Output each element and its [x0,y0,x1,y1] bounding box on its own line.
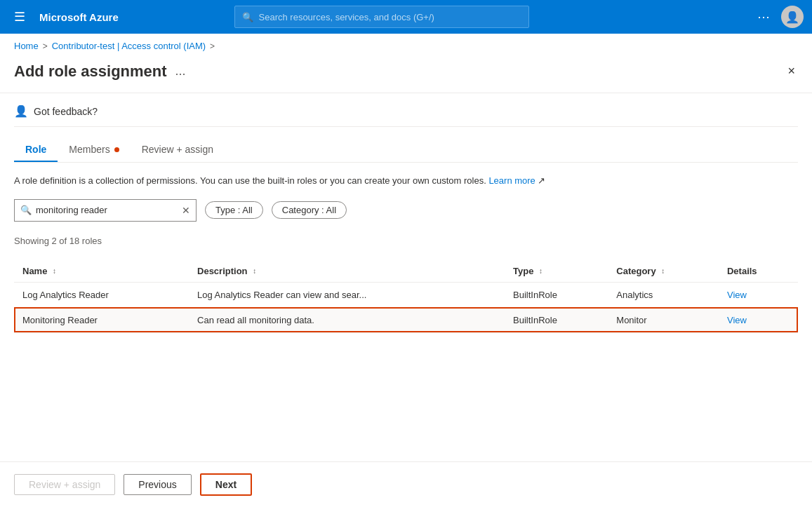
category-sort-arrows[interactable]: ↕ [661,268,665,275]
row1-view-link[interactable]: View [727,290,747,300]
table-row[interactable]: Log Analytics Reader Log Analytics Reade… [14,282,798,307]
topbar: ☰ Microsoft Azure 🔍 ⋯ 👤 [0,0,812,34]
tab-members[interactable]: Members [58,138,130,162]
tab-members-label: Members [69,144,109,155]
tab-review-assign-label: Review + assign [142,144,213,155]
global-search[interactable]: 🔍 [234,6,529,28]
type-filter-pill[interactable]: Type : All [205,201,263,219]
feedback-icon: 👤 [14,104,28,118]
content-area: 👤 Got feedback? Role Members Review + as… [0,93,812,461]
page-header-left: Add role assignment ... [14,62,186,81]
footer: Review + assign Previous Next [0,461,812,507]
col-name[interactable]: Name ↕ [14,260,189,283]
external-link-icon: ↗ [538,175,545,186]
breadcrumb-home[interactable]: Home [14,41,39,51]
row1-type: BuiltInRole [505,282,608,307]
app-title: Microsoft Azure [39,11,119,23]
tab-review-assign[interactable]: Review + assign [131,138,225,162]
learn-more-link[interactable]: Learn more [488,175,535,186]
page-more-button[interactable]: ... [175,64,186,79]
description: A role definition is a collection of per… [14,174,798,188]
close-button[interactable]: × [785,61,798,81]
search-clear-button[interactable]: ✕ [182,205,190,216]
search-box-icon: 🔍 [20,205,32,215]
breadcrumb-sep-2: > [210,41,215,51]
feedback-bar: 👤 Got feedback? [14,104,798,127]
page-title: Add role assignment [14,62,167,81]
name-sort-arrows[interactable]: ↕ [53,268,56,275]
page-header: Add role assignment ... × [0,55,812,93]
main-container: Home > Contributor-test | Access control… [0,34,812,507]
avatar[interactable]: 👤 [781,6,804,28]
review-assign-button[interactable]: Review + assign [14,474,115,495]
topbar-right: ⋯ 👤 [752,6,804,28]
description-main: A role definition is a collection of per… [14,175,486,186]
desc-sort-arrows[interactable]: ↕ [253,268,256,275]
table-header: Name ↕ Description ↕ Type ↕ Category ↕ [14,260,798,283]
breadcrumb: Home > Contributor-test | Access control… [0,34,812,55]
breadcrumb-sep-1: > [43,41,48,51]
row2-description: Can read all monitoring data. [189,307,505,332]
table-row-selected[interactable]: Monitoring Reader Can read all monitorin… [14,307,798,332]
row2-view-link[interactable]: View [727,315,747,325]
row1-details[interactable]: View [719,282,798,307]
hamburger-menu[interactable]: ☰ [8,6,31,27]
col-type[interactable]: Type ↕ [505,260,608,283]
topbar-more-icon[interactable]: ⋯ [752,6,776,27]
previous-button[interactable]: Previous [124,474,191,495]
row2-category: Monitor [608,307,719,332]
row2-type: BuiltInRole [505,307,608,332]
table-body: Log Analytics Reader Log Analytics Reade… [14,282,798,332]
members-dot [114,147,119,152]
role-table: Name ↕ Description ↕ Type ↕ Category ↕ [14,260,798,333]
row2-details[interactable]: View [719,307,798,332]
global-search-input[interactable] [259,12,521,22]
row1-name: Log Analytics Reader [14,282,189,307]
category-filter-pill[interactable]: Category : All [272,201,347,219]
type-sort-arrows[interactable]: ↕ [539,268,543,275]
row1-description: Log Analytics Reader can view and sear..… [189,282,505,307]
breadcrumb-iam[interactable]: Contributor-test | Access control (IAM) [52,41,206,51]
showing-count: Showing 2 of 18 roles [14,236,798,246]
tab-role[interactable]: Role [14,138,58,162]
row1-category: Analytics [608,282,719,307]
col-category[interactable]: Category ↕ [608,260,719,283]
col-description[interactable]: Description ↕ [189,260,505,283]
tabs: Role Members Review + assign [14,138,798,163]
role-search-input[interactable] [36,205,178,215]
role-search-box[interactable]: 🔍 ✕ [14,199,197,222]
col-details: Details [719,260,798,283]
table-header-row: Name ↕ Description ↕ Type ↕ Category ↕ [14,260,798,283]
tab-role-label: Role [25,144,46,155]
feedback-text[interactable]: Got feedback? [34,106,98,117]
next-button[interactable]: Next [200,473,252,496]
search-filter-row: 🔍 ✕ Type : All Category : All [14,199,798,222]
search-icon: 🔍 [242,12,253,22]
row2-name: Monitoring Reader [14,307,189,332]
